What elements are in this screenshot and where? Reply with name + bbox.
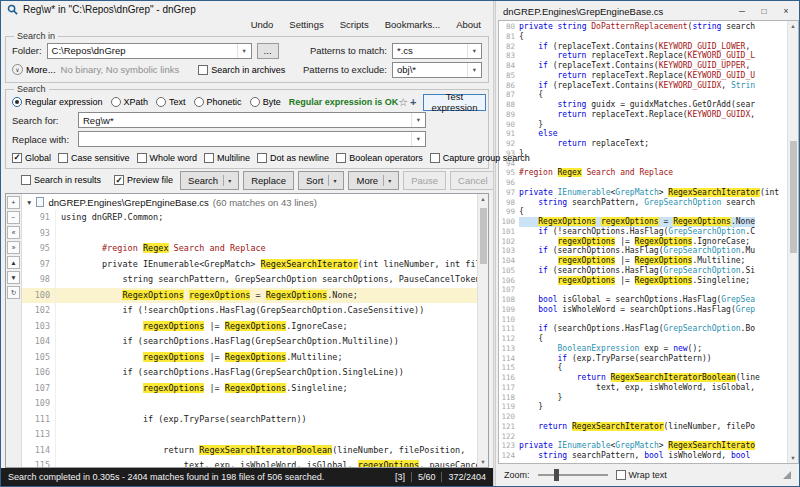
expander-icon[interactable]: ▼ [26,199,32,206]
result-line[interactable]: 111 if (exp.TryParse(searchPattern)) [22,412,477,428]
preview-code-line[interactable]: 82 if (replaceText.Contains(KEYWORD_GUID… [499,42,787,52]
preview-code-line[interactable]: 107 [499,285,787,295]
result-line[interactable]: 115 text, exp, isWholeWord, isGlobal, re… [22,458,477,467]
previous-match-icon[interactable]: ▲ [7,256,20,269]
checkbox-search-in-results[interactable]: Search in results [21,175,101,185]
result-line[interactable]: 106 if (searchOptions.HasFlag(GrepSearch… [22,365,477,381]
preview-code-line[interactable]: 111 if (searchOptions.HasFlag(GrepSearch… [499,324,787,334]
next-match-icon[interactable]: ▼ [7,271,20,284]
preview-code-line[interactable]: 95#region Regex Search and Replace [499,168,787,178]
preview-code-line[interactable]: 90 } [499,120,787,130]
preview-code-line[interactable]: 100 RegexOptions regexOptions = RegexOpt… [499,217,787,227]
results-scrollbar[interactable]: ▲ ▼ [477,194,488,467]
preview-code-line[interactable]: 96 [499,178,787,188]
preview-code-line[interactable]: 87 { [499,90,787,100]
result-line[interactable]: 91using dnGREP.Common; [22,210,477,226]
radio-phonetic[interactable]: Phonetic [194,97,242,107]
checkbox-multiline[interactable]: Multiline [204,153,250,163]
result-line[interactable]: 113 [22,427,477,443]
result-line[interactable]: 98 string searchPattern, GrepSearchOptio… [22,272,477,288]
preview-code-line[interactable]: 108 bool isGlobal = searchOptions.HasFla… [499,295,787,305]
preview-code-line[interactable]: 91 else [499,129,787,139]
menu-item-settings[interactable]: Settings [289,19,323,30]
preview-code-line[interactable]: 120 [499,412,787,422]
menu-item-undo[interactable]: Undo [251,19,274,30]
search-button[interactable]: Search▾ [180,171,239,190]
preview-code-line[interactable]: 102 regexOptions |= RegexOptions.IgnoreC… [499,237,787,247]
chevron-down-icon[interactable]: ▾ [383,175,391,186]
result-line[interactable]: 93 [22,226,477,242]
result-line[interactable]: 102 if (!searchOptions.HasFlag(GrepSearc… [22,303,477,319]
zoom-slider[interactable] [538,468,608,482]
preview-code-line[interactable]: 121 return RegexSearchIterator(lineNumbe… [499,422,787,432]
result-line[interactable]: 109 [22,396,477,412]
preview-code-line[interactable]: 122 [499,432,787,442]
preview-code-line[interactable]: 86 if (replaceText.Contains(KEYWORD_GUID… [499,81,787,91]
close-button[interactable]: × [775,4,797,19]
preview-code-line[interactable]: 89 return replaceText.Replace(KEYWORD_GU… [499,110,787,120]
menu-item-scripts[interactable]: Scripts [340,19,369,30]
folder-combobox[interactable]: C:\Repos\dnGrep ▾ [47,43,252,59]
preview-code-line[interactable]: 117 text, exp, isWholeWord, isGlobal, [499,383,787,393]
result-file-node[interactable]: ▼ dnGREP.Engines\GrepEngineBase.cs (60 m… [22,194,477,210]
more-button[interactable]: More▾ [348,171,399,190]
preview-code-line[interactable]: 92 return replaceText; [499,139,787,149]
checkbox-global[interactable]: Global [12,153,51,163]
radio-regular-expression[interactable]: Regular expression [12,97,103,107]
result-line[interactable]: 104 if (searchOptions.HasFlag(GrepSearch… [22,334,477,350]
preview-code-line[interactable]: 97private IEnumerable<GrepMatch> RegexSe… [499,188,787,198]
preview-scrollbar[interactable]: ▲ ▼ [787,21,798,463]
scrollbar-thumb[interactable] [790,141,797,253]
chevron-down-icon[interactable]: ▾ [223,175,231,186]
preview-code-line[interactable]: 115 { [499,363,787,373]
titlebar[interactable]: Reg\w* in "C:\Repos\dnGrep" - dnGrep [1,1,493,18]
menu-item-bookmarks[interactable]: Bookmarks... [385,19,440,30]
expand-all-icon[interactable]: + [7,196,20,209]
minimize-button[interactable]: ─ [731,4,753,19]
preview-code-line[interactable]: 94 [499,159,787,169]
preview-code-line[interactable]: 106 regexOptions |= RegexOptions.Singlel… [499,276,787,286]
scroll-up-icon[interactable]: ▲ [480,196,485,202]
more-expander[interactable]: ∨ More... [12,64,56,75]
search-in-archives-checkbox[interactable]: Search in archives [198,65,285,75]
chevron-down-icon[interactable]: ▾ [411,132,425,146]
preview-code-line[interactable]: 88 string guidx = guidxMatches.GetOrAdd(… [499,100,787,110]
replace-button[interactable]: Replace [243,171,294,190]
preview-code-line[interactable]: 81{ [499,32,787,42]
radio-xpath[interactable]: XPath [111,97,149,107]
preview-code-line[interactable]: 103 if (searchOptions.HasFlag(GrepSearch… [499,246,787,256]
preview-code-line[interactable]: 110 [499,315,787,325]
result-line[interactable]: 97 private IEnumerable<GrepMatch> RegexS… [22,257,477,273]
preview-code-line[interactable]: 116 return RegexSearchIteratorBoolean(li… [499,373,787,383]
preview-code-line[interactable]: 80private string DoPatternReplacement(st… [499,22,787,32]
result-line[interactable]: 100 RegexOptions regexOptions = RegexOpt… [22,288,477,304]
chevron-down-icon[interactable]: ▾ [411,113,425,127]
preview-code-line[interactable]: 93} [499,149,787,159]
collapse-all-icon[interactable]: − [7,211,20,224]
scrollbar-thumb[interactable] [480,208,487,264]
preview-code-line[interactable]: 84 if (replaceText.Contains(KEYWORD_GUID… [499,61,787,71]
result-line[interactable]: 107 regexOptions |= RegexOptions.Singlel… [22,381,477,397]
sort-button[interactable]: Sort▾ [298,171,344,190]
checkbox-whole-word[interactable]: Whole word [137,153,198,163]
reset-view-icon[interactable]: ↻ [7,286,20,299]
radio-text[interactable]: Text [156,97,186,107]
replace-with-combobox[interactable]: ▾ [78,131,426,147]
checkbox-case-sensitive[interactable]: Case sensitive [58,153,130,163]
radio-byte[interactable]: Byte [250,97,281,107]
maximize-button[interactable]: □ [753,4,775,19]
scroll-up-icon[interactable]: ▲ [790,23,795,29]
chevron-down-icon[interactable]: ▾ [467,44,481,58]
patterns-match-combobox[interactable]: *.cs ▾ [392,43,482,59]
preview-code-line[interactable]: 83 return replaceText.Replace(KEYWORD_GU… [499,51,787,61]
favorite-star-icon[interactable]: ☆ [398,97,408,108]
preview-code-line[interactable]: 98 string searchPattern, GrepSearchOptio… [499,198,787,208]
test-expression-button[interactable]: Test expression [423,94,487,111]
checkbox-boolean-operators[interactable]: Boolean operators [336,153,423,163]
scroll-down-icon[interactable]: ▼ [480,459,485,465]
chevron-down-icon[interactable]: ▾ [328,175,336,186]
preview-code-line[interactable]: 123private IEnumerable<GrepMatch> RegexS… [499,441,787,451]
result-line[interactable]: 105 regexOptions |= RegexOptions.Multili… [22,350,477,366]
resize-grip-icon[interactable] [783,471,791,479]
checkbox-preview-file[interactable]: Preview file [114,175,173,185]
